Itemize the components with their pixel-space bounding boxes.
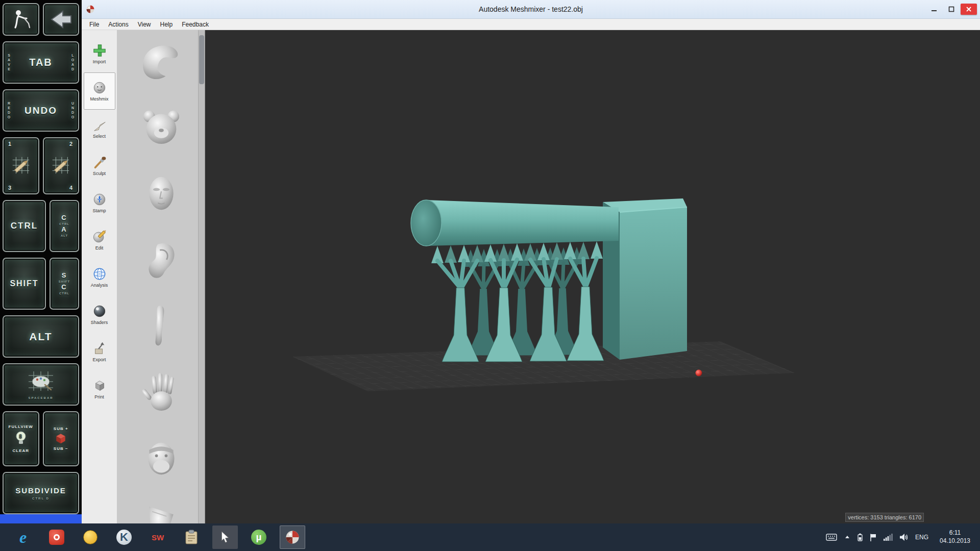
ear-thumb — [135, 236, 188, 283]
hotkey-spacebar-button[interactable]: SPACEBAR — [3, 363, 79, 406]
minimize-button[interactable] — [926, 4, 942, 15]
print-icon — [92, 379, 107, 393]
language-indicator[interactable]: ENG — [915, 534, 928, 541]
taskbar-pointer-app-icon[interactable] — [212, 525, 238, 549]
lightbulb-icon: 8 — [14, 431, 28, 447]
taskbar-internet-explorer-icon[interactable]: e — [10, 525, 36, 549]
tool-shaders[interactable]: Shaders — [84, 296, 115, 333]
shaders-icon — [92, 304, 107, 318]
panel-footer-strip — [0, 514, 82, 523]
mesh-stats-readout: vertices: 3153 triangles: 6170 — [845, 513, 924, 522]
hotkey-ctrl-button[interactable]: CTRL — [3, 200, 46, 252]
part-thumbnail-hand[interactable] — [133, 368, 190, 417]
meshmix-parts-palette — [117, 30, 205, 523]
maximize-icon — [948, 6, 954, 12]
volume-icon[interactable] — [899, 533, 909, 541]
close-button[interactable] — [961, 4, 977, 15]
shift-ctrl-key1: S — [62, 272, 67, 280]
meshmixer-ball-icon — [285, 530, 300, 545]
tool-import[interactable]: Import — [84, 35, 115, 72]
palette-scrollbar-thumb[interactable] — [199, 35, 204, 84]
battery-icon[interactable] — [857, 533, 863, 541]
sculpt-app-logo-button[interactable] — [3, 3, 39, 36]
part-thumbnail-ear[interactable] — [133, 235, 190, 284]
primate-face-thumb — [135, 435, 188, 482]
fullview-label: FULLVIEW — [9, 424, 33, 429]
taskbar-notes-app-icon[interactable] — [179, 525, 204, 549]
horn-thumb — [135, 502, 188, 523]
menu-help[interactable]: Help — [156, 20, 178, 29]
import-icon — [92, 43, 107, 58]
main-toolbar: Import Meshmix Select — [82, 30, 117, 523]
flexed-arm-thumb — [135, 37, 188, 84]
tool-stamp[interactable]: Stamp — [84, 184, 115, 221]
ctrl-alt-key2: A — [61, 226, 67, 234]
network-signal-icon[interactable] — [884, 534, 893, 541]
sculpt-icon — [92, 155, 107, 169]
action-center-flag-icon[interactable] — [869, 533, 877, 542]
hotkey-brush-1-3-button[interactable]: 1 3 — [3, 137, 39, 194]
menu-actions[interactable]: Actions — [104, 20, 133, 29]
tool-analysis[interactable]: Analysis — [84, 259, 115, 296]
hotkey-shift-ctrl-button[interactable]: S SHIFT C CTRL — [50, 258, 79, 310]
ctrl-label: CTRL — [11, 221, 38, 231]
keyboard-icon[interactable] — [826, 534, 837, 541]
taskbar-solidworks-icon[interactable]: SW — [145, 525, 170, 549]
tool-meshmix[interactable]: Meshmix — [84, 72, 115, 110]
taskbar-utorrent-icon[interactable]: µ — [246, 525, 272, 549]
taskbar-kmplayer-icon[interactable]: K — [111, 525, 137, 549]
taskbar-meshmixer-icon[interactable] — [280, 525, 305, 549]
clear-label: CLEAR — [12, 448, 29, 453]
hotkey-brush-2-4-button[interactable]: 2 4 — [43, 137, 80, 194]
part-thumbnail-bear-head[interactable] — [133, 103, 190, 152]
pencil-grid-icon — [50, 155, 71, 177]
tool-export[interactable]: Export — [84, 333, 115, 370]
menu-file[interactable]: File — [85, 20, 104, 29]
tool-sculpt[interactable]: Sculpt — [84, 147, 115, 184]
pencil-grid-icon — [10, 155, 32, 177]
hotkey-tab-button[interactable]: SAVE TAB LOAD — [3, 41, 79, 84]
spacebar-label: SPACEBAR — [28, 396, 53, 399]
hotkey-shift-button[interactable]: SHIFT — [3, 258, 46, 310]
maximize-button[interactable] — [943, 4, 960, 15]
menu-feedback[interactable]: Feedback — [177, 20, 213, 29]
ctrl-alt-key1: C — [61, 214, 67, 222]
part-thumbnail-horn[interactable] — [133, 500, 190, 523]
hotkey-2-label: 2 — [69, 141, 74, 147]
alt-label: ALT — [29, 331, 52, 343]
straight-arm-thumb — [135, 303, 188, 349]
clock-time: 6:11 — [935, 529, 975, 537]
tool-print[interactable]: Print — [84, 370, 115, 408]
hotkey-alt-button[interactable]: ALT — [3, 315, 79, 358]
part-thumbnail-flexed-arm[interactable] — [133, 36, 190, 85]
tab-side-right-label: LOAD — [71, 54, 75, 72]
analysis-icon — [92, 267, 107, 281]
titlebar[interactable]: Autodesk Meshmixer - test22.obj — [82, 0, 980, 19]
undo-side-left-label: REDO — [7, 102, 11, 120]
hand-thumb — [135, 369, 188, 416]
palette-grid-icon — [27, 369, 55, 393]
taskbar-red-media-app-icon[interactable] — [44, 525, 69, 549]
clock[interactable]: 6:11 04.10.2013 — [935, 529, 975, 545]
tool-select[interactable]: Select — [84, 110, 115, 147]
back-button[interactable] — [43, 3, 80, 36]
menu-view[interactable]: View — [133, 20, 156, 29]
palette-scrollbar[interactable] — [198, 30, 205, 523]
part-thumbnail-primate-face[interactable] — [133, 434, 190, 483]
clock-date: 04.10.2013 — [935, 537, 975, 545]
red-marker-sphere[interactable] — [696, 370, 702, 377]
hotkey-subdivide-button[interactable]: SUBDIVIDE CTRL D — [3, 472, 79, 514]
shift-ctrl-key2: C — [61, 284, 67, 291]
hotkey-undo-button[interactable]: REDO UNDO UNDO — [3, 89, 79, 132]
show-hidden-icons-chevron[interactable] — [844, 534, 851, 540]
undo-side-right-label: UNDO — [71, 102, 75, 120]
part-thumbnail-straight-arm[interactable] — [133, 302, 190, 350]
hotkey-fullview-button[interactable]: FULLVIEW 8 CLEAR — [3, 411, 39, 466]
part-thumbnail-human-face[interactable] — [133, 169, 190, 218]
hotkey-subdivision-level-button[interactable]: SUB + SUB − — [43, 411, 80, 466]
3d-viewport-canvas[interactable] — [205, 30, 980, 523]
taskbar-yellow-app-icon[interactable] — [78, 525, 103, 549]
hotkey-ctrl-alt-button[interactable]: C CTRL A ALT — [50, 200, 79, 252]
tool-edit[interactable]: Edit — [84, 221, 115, 259]
sub-plus-label: SUB + — [54, 427, 68, 431]
